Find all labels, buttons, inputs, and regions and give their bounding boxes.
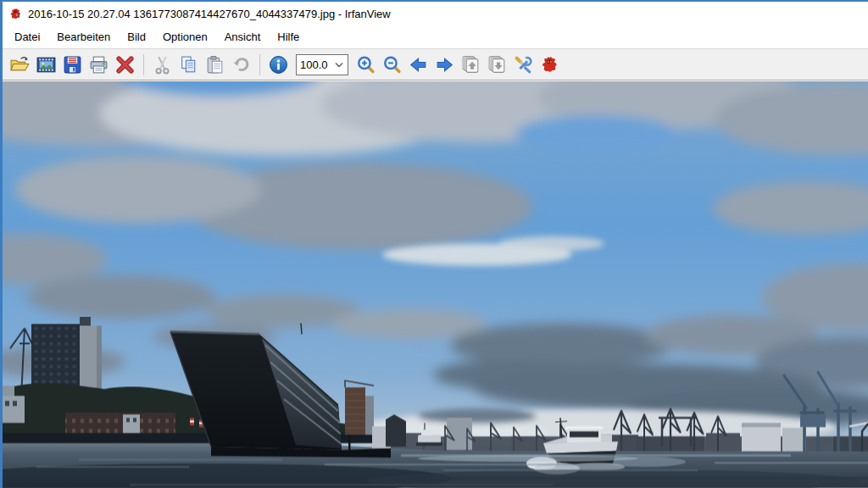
clipboard-icon	[204, 54, 225, 75]
first-image-button[interactable]	[458, 52, 484, 78]
menu-bearbeiten[interactable]: Bearbeiten	[48, 27, 119, 47]
last-image-button[interactable]	[484, 52, 510, 78]
printer-icon	[88, 54, 109, 75]
irfanview-window: 2016-10-15 20.27.04 1361773087414427670_…	[0, 0, 868, 488]
menu-ansicht[interactable]: Ansicht	[216, 27, 270, 47]
irfanview-logo-icon	[8, 7, 23, 21]
scissors-icon	[152, 54, 173, 75]
magnifier-minus-icon	[381, 54, 403, 75]
toolbar-separator	[259, 54, 260, 75]
photo-hamburg-harbour	[3, 81, 868, 488]
toolbar	[3, 48, 868, 80]
paste-button[interactable]	[202, 52, 228, 78]
folder-open-icon	[9, 54, 31, 75]
menu-bar: Datei Bearbeiten Bild Optionen Ansicht H…	[3, 25, 868, 48]
delete-button[interactable]	[112, 52, 138, 78]
pages-down-icon	[487, 54, 508, 75]
magnifier-plus-icon	[355, 54, 376, 75]
zoom-in-button[interactable]	[353, 52, 379, 78]
menu-datei[interactable]: Datei	[6, 27, 48, 47]
arrow-left-icon	[408, 54, 429, 75]
copy-button[interactable]	[175, 52, 202, 78]
settings-button[interactable]	[510, 52, 537, 78]
wrench-screwdriver-icon	[513, 54, 534, 75]
info-button[interactable]	[265, 52, 292, 78]
red-devil-icon	[539, 54, 560, 75]
save-button[interactable]	[59, 52, 86, 78]
slideshow-button[interactable]	[33, 52, 59, 78]
undo-button[interactable]	[228, 52, 254, 78]
zoom-input[interactable]	[297, 58, 332, 71]
pages-up-icon	[460, 54, 481, 75]
previous-image-button[interactable]	[405, 52, 431, 78]
floppy-disk-icon	[62, 54, 83, 75]
print-button[interactable]	[86, 52, 112, 78]
open-button[interactable]	[7, 52, 33, 78]
window-title: 2016-10-15 20.27.04 1361773087414427670_…	[28, 8, 391, 20]
info-circle-icon	[268, 54, 289, 75]
undo-arrow-icon	[231, 54, 252, 75]
copy-pages-icon	[178, 54, 199, 75]
image-viewport[interactable]	[3, 80, 868, 488]
arrow-right-icon	[434, 54, 455, 75]
zoom-out-button[interactable]	[379, 52, 405, 78]
title-bar: 2016-10-15 20.27.04 1361773087414427670_…	[3, 2, 868, 25]
chevron-down-icon[interactable]	[332, 62, 346, 68]
filmstrip-icon	[36, 54, 57, 75]
toolbar-separator	[143, 54, 144, 75]
next-image-button[interactable]	[431, 52, 458, 78]
red-x-icon	[114, 54, 136, 75]
cut-button[interactable]	[149, 52, 175, 78]
zoom-combo[interactable]	[296, 54, 348, 75]
menu-bild[interactable]: Bild	[119, 27, 154, 47]
irfan-paint-button[interactable]	[537, 52, 563, 78]
menu-hilfe[interactable]: Hilfe	[269, 27, 308, 47]
menu-optionen[interactable]: Optionen	[154, 27, 216, 47]
